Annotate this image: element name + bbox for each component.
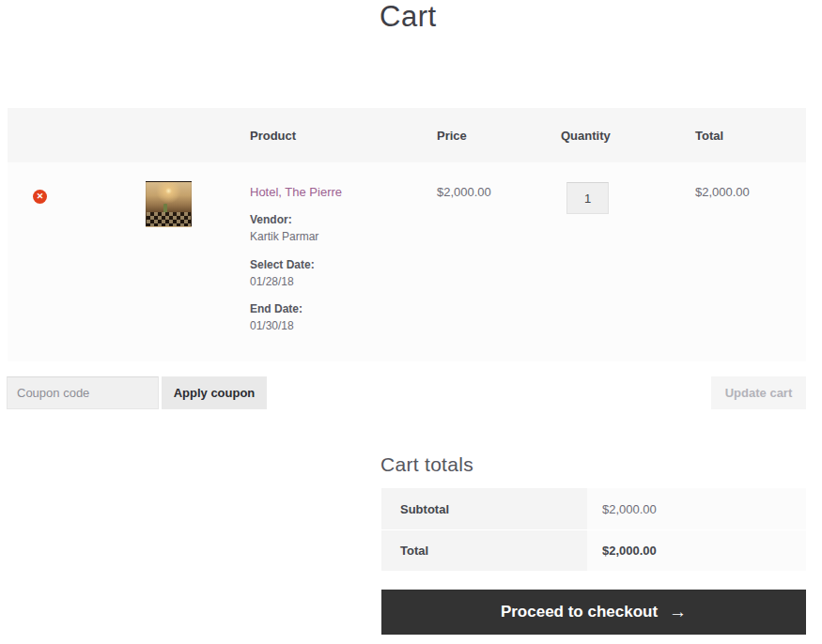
proceed-to-checkout-button[interactable]: Proceed to checkout →: [381, 590, 806, 635]
total-row: Total $2,000.00: [381, 529, 806, 571]
select-date-value: 01/28/18: [250, 275, 294, 288]
item-total: $2,000.00: [695, 185, 750, 199]
total-label: Total: [381, 530, 587, 571]
subtotal-row: Subtotal $2,000.00: [381, 488, 806, 529]
end-date-label: End Date:: [250, 302, 302, 315]
cart-table: Product Price Quantity Total ✕ Hotel, Th…: [8, 108, 806, 361]
subtotal-value: $2,000.00: [587, 488, 806, 529]
cart-table-header: Product Price Quantity Total: [8, 108, 806, 162]
select-date-label: Select Date:: [250, 258, 315, 271]
checkout-button-label: Proceed to checkout: [501, 603, 658, 621]
end-date-value: 01/30/18: [250, 319, 294, 332]
quantity-input[interactable]: [566, 182, 609, 214]
vendor-value: Kartik Parmar: [250, 230, 318, 243]
column-header-price: Price: [437, 129, 467, 143]
cart-totals-heading: Cart totals: [380, 453, 473, 476]
column-header-product: Product: [250, 129, 296, 143]
total-value: $2,000.00: [587, 530, 806, 571]
coupon-code-input[interactable]: [7, 376, 159, 409]
remove-item-button[interactable]: ✕: [33, 190, 47, 204]
apply-coupon-button[interactable]: Apply coupon: [162, 376, 267, 409]
item-price: $2,000.00: [437, 185, 491, 199]
update-cart-button[interactable]: Update cart: [711, 376, 806, 409]
cart-item-row: ✕ Hotel, The Pierre Vendor: Kartik Parma…: [8, 162, 806, 361]
column-header-quantity: Quantity: [561, 129, 611, 143]
page-title: Cart: [380, 0, 437, 34]
subtotal-label: Subtotal: [381, 488, 587, 529]
thumbnail-floor: [147, 212, 191, 226]
product-thumbnail[interactable]: [146, 181, 192, 227]
cart-totals-table: Subtotal $2,000.00 Total $2,000.00: [381, 488, 806, 571]
vendor-label: Vendor:: [250, 213, 292, 226]
product-name-link[interactable]: Hotel, The Pierre: [250, 185, 342, 199]
close-icon: ✕: [37, 192, 44, 201]
column-header-total: Total: [695, 129, 723, 143]
arrow-right-icon: →: [669, 602, 687, 622]
